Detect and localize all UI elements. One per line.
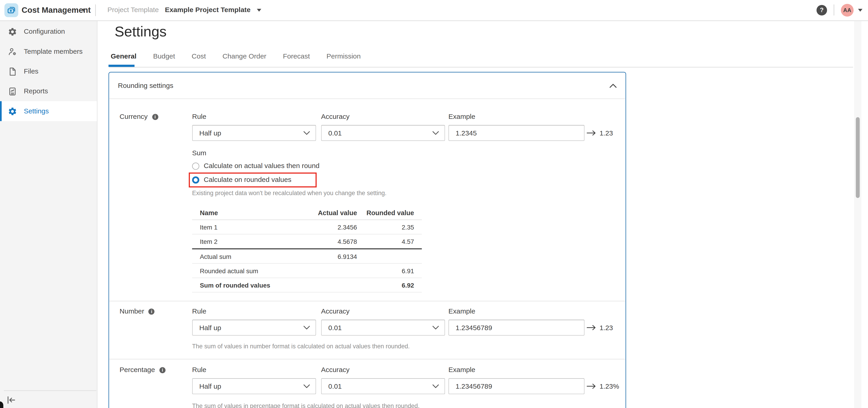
sidebar-item-settings[interactable]: Settings — [0, 101, 97, 121]
user-gear-icon — [8, 47, 17, 56]
tab-forecast[interactable]: Forecast — [283, 53, 310, 60]
cell-name: Rounded actual sum — [192, 267, 305, 274]
number-rule-select[interactable]: Half up — [192, 320, 316, 336]
cell-rounded: 6.92 — [357, 282, 414, 288]
report-icon — [8, 87, 17, 96]
currency-rule-select[interactable]: Half up — [192, 125, 316, 141]
screen-corner — [0, 401, 3, 408]
gear-icon — [8, 27, 17, 36]
radio-unselected-icon[interactable] — [192, 162, 199, 170]
sidebar-footer-divider — [4, 390, 96, 391]
percentage-note: The sum of values in percentage format i… — [192, 403, 420, 408]
chevron-down-icon — [303, 384, 310, 388]
number-rule-value: Half up — [199, 324, 221, 332]
sidebar-item-configuration[interactable]: Configuration — [0, 22, 97, 41]
percentage-accuracy-select[interactable]: 0.01 — [321, 378, 445, 394]
tab-bar: General Budget Cost Change Order Forecas… — [111, 53, 361, 60]
rounding-example-table: Name Actual value Rounded value Item 1 2… — [192, 206, 422, 292]
number-label: Number — [120, 307, 144, 315]
currency-label-group: Currency i — [120, 113, 158, 121]
currency-note: Existing project data won't be recalcula… — [192, 190, 386, 196]
rule-label: Rule — [192, 366, 206, 374]
chevron-up-icon[interactable] — [610, 83, 617, 88]
breadcrumb: Project Template Example Project Templat… — [107, 0, 261, 20]
percentage-result-value: 1.23% — [599, 382, 619, 390]
tab-change-order[interactable]: Change Order — [222, 53, 266, 60]
sidebar-item-reports[interactable]: Reports — [0, 81, 97, 101]
help-button[interactable]: ? — [816, 5, 827, 15]
cell-actual: 4.5678 — [305, 238, 357, 244]
chevron-down-icon — [432, 326, 439, 330]
number-example-input[interactable] — [448, 320, 584, 336]
sidebar-item-template-members[interactable]: Template members — [0, 41, 97, 61]
arrow-right-icon — [587, 325, 596, 331]
vertical-scrollbar-track[interactable] — [854, 21, 861, 408]
accuracy-label: Accuracy — [321, 366, 350, 374]
sum-option-rounded-values[interactable]: Calculate on rounded values — [192, 176, 291, 183]
accuracy-label: Accuracy — [321, 307, 350, 315]
number-accuracy-select[interactable]: 0.01 — [321, 320, 445, 336]
tab-general[interactable]: General — [111, 53, 136, 60]
currency-accuracy-value: 0.01 — [328, 129, 342, 137]
percentage-rule-value: Half up — [199, 382, 221, 390]
tab-cost[interactable]: Cost — [192, 53, 206, 60]
cost-management-logo[interactable] — [4, 3, 18, 17]
currency-result: 1.23 — [587, 125, 613, 141]
currency-label: Currency — [120, 113, 148, 121]
sidebar-item-files[interactable]: Files — [0, 62, 97, 81]
col-header-rounded: Rounded value — [357, 209, 414, 216]
table-row: Sum of rounded values 6.92 — [192, 278, 422, 293]
topbar-right-group: ? AA — [816, 0, 863, 20]
project-selector[interactable]: Example Project Template — [165, 6, 250, 14]
topbar-divider — [95, 4, 96, 16]
collapse-sidebar-button[interactable] — [7, 397, 16, 404]
percentage-label-group: Percentage i — [120, 366, 165, 374]
chevron-down-icon — [432, 384, 439, 388]
info-icon[interactable]: i — [152, 113, 158, 120]
cell-name: Item 2 — [192, 238, 305, 244]
radio-label: Calculate on actual values then round — [204, 162, 319, 170]
cell-rounded: 6.91 — [357, 267, 414, 274]
number-result-value: 1.23 — [599, 324, 613, 332]
app-name[interactable]: Cost Management — [22, 0, 91, 20]
avatar-initials: AA — [843, 7, 851, 13]
project-selector-caret-icon[interactable] — [257, 9, 261, 11]
currency-result-value: 1.23 — [599, 129, 613, 137]
section-divider — [109, 359, 625, 359]
cell-rounded: 4.57 — [357, 238, 414, 244]
percentage-rule-select[interactable]: Half up — [192, 378, 316, 394]
radio-selected-icon[interactable] — [192, 176, 199, 183]
rounding-settings-header[interactable]: Rounding settings — [109, 72, 625, 99]
example-label: Example — [448, 366, 475, 374]
chevron-down-icon — [303, 326, 310, 330]
page-title: Settings — [115, 23, 167, 40]
currency-rule-value: Half up — [199, 129, 221, 137]
avatar[interactable]: AA — [841, 4, 854, 16]
tab-permission[interactable]: Permission — [327, 53, 361, 60]
number-label-group: Number i — [120, 307, 155, 315]
radio-label: Calculate on rounded values — [204, 176, 291, 183]
rule-label: Rule — [192, 307, 206, 315]
user-menu-caret-icon[interactable] — [858, 9, 862, 11]
currency-accuracy-select[interactable]: 0.01 — [321, 125, 445, 141]
sidebar-nav: Configuration Template members — [0, 21, 97, 121]
number-result: 1.23 — [587, 320, 613, 336]
panel-title: Rounding settings — [118, 81, 173, 89]
sidebar-item-label: Configuration — [24, 28, 65, 35]
cell-actual: 2.3456 — [305, 224, 357, 230]
app-switcher-caret-icon[interactable] — [82, 9, 86, 11]
example-label: Example — [448, 113, 475, 121]
sum-label: Sum — [192, 149, 206, 157]
topbar-divider — [834, 4, 834, 15]
table-header-row: Name Actual value Rounded value — [192, 206, 422, 220]
cash-icon — [6, 5, 17, 15]
info-icon[interactable]: i — [159, 367, 165, 373]
currency-example-input[interactable] — [448, 125, 584, 141]
cell-actual: 6.9134 — [305, 253, 357, 260]
info-icon[interactable]: i — [149, 308, 155, 314]
percentage-example-input[interactable] — [448, 378, 584, 394]
tab-budget[interactable]: Budget — [153, 53, 175, 60]
arrow-right-icon — [587, 383, 596, 389]
sum-option-actual-then-round[interactable]: Calculate on actual values then round — [192, 162, 319, 170]
vertical-scrollbar-thumb[interactable] — [856, 117, 860, 198]
